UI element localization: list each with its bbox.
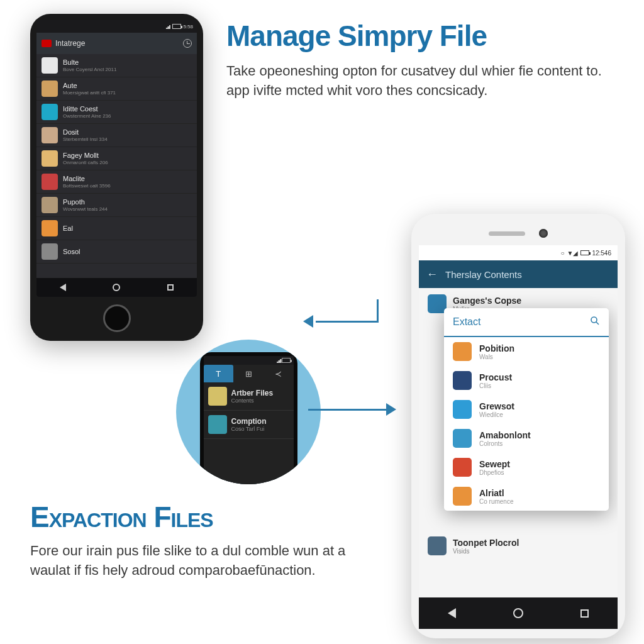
signal-icon (164, 24, 170, 29)
item-title: Dosit (63, 128, 192, 136)
phone-dark-screen: 5:58 Intatrege Bulte Bove Coyersl Anct 2… (36, 20, 197, 297)
mini-tab-2[interactable]: ⊞ (233, 365, 264, 382)
item-sub: Visids (453, 548, 519, 555)
list-item[interactable]: Sosol (36, 240, 197, 264)
list-item[interactable]: Bulte Bove Coyersl Anct 2011 (36, 54, 197, 77)
item-sub: Wiedilce (479, 411, 514, 418)
back-icon[interactable]: ← (426, 268, 438, 281)
item-sub: Onmarontl cafls 206 (63, 160, 192, 165)
section-2-body: Fore our irain pus file slike to a dul c… (30, 541, 364, 580)
item-title: Toonpet Plocrol (453, 538, 519, 548)
mini-screen: T ⊞ ≺ Artber Files Contents Comption Cos… (204, 356, 294, 484)
thumb-icon (42, 57, 58, 74)
app-header: ← Therslay Contents (419, 260, 618, 288)
file-list[interactable]: Bulte Bove Coyersl Anct 2011 Aute Moersi… (36, 54, 197, 278)
nav-back-icon[interactable] (448, 608, 456, 618)
list-item[interactable]: Aute Moersigwat anitt cfi 371 (36, 77, 197, 101)
item-sub: Cliis (479, 382, 512, 389)
item-sub: Wals (479, 353, 514, 360)
mini-tab-active[interactable]: T (204, 365, 234, 382)
list-item[interactable]: Comption Coso Tarl Fui (204, 411, 294, 439)
item-title: Eal (63, 225, 192, 232)
section-2: Expaction Files Fore our irain pus file … (30, 500, 364, 580)
camera-icon (539, 229, 548, 238)
nav-home-icon[interactable] (513, 608, 523, 618)
mini-status-bar (204, 356, 294, 365)
list-item[interactable]: Dosit Sterbemtell Insl 334 (36, 124, 197, 147)
circle-highlight: T ⊞ ≺ Artber Files Contents Comption Cos… (176, 340, 321, 484)
arrow-right (308, 402, 396, 421)
app-header: Intatrege (36, 33, 197, 54)
item-sub: Wovsrwwt teals 244 (63, 206, 192, 212)
item-title: Aute (63, 82, 192, 89)
status-circle-icon: ○ (560, 250, 564, 257)
battery-icon (172, 24, 181, 29)
item-sub: Coso Tarl Fui (231, 426, 267, 432)
thumb-icon (42, 127, 58, 143)
arrow-left (303, 299, 379, 331)
app-icon (453, 458, 472, 477)
popup-title: Extact (453, 316, 480, 328)
popup-item[interactable]: Grewsot Wiedilce (444, 395, 609, 424)
extract-popup: Extact Pobition Wals Procust Cliis Grews… (444, 308, 609, 511)
popup-item[interactable]: Sewept Dhpefios (444, 453, 609, 482)
thumb-icon (42, 80, 58, 97)
app-icon (453, 342, 472, 361)
home-button[interactable] (103, 304, 131, 332)
item-title: Procust (479, 372, 512, 382)
app-icon (453, 371, 472, 390)
section-1-body: Take opeoneshing opton for cusatvey dul … (226, 62, 616, 101)
popup-item[interactable]: Alriatl Co rumence (444, 482, 609, 511)
item-sub: Dhpefios (479, 469, 510, 476)
mini-tab-share-icon[interactable]: ≺ (264, 365, 294, 382)
item-sub: Owsterment Aine 236 (63, 113, 192, 119)
list-item[interactable]: Artber Files Contents (204, 382, 294, 411)
list-item[interactable]: Fagey Mollt Onmarontl cafls 206 (36, 147, 197, 170)
popup-item[interactable]: Pobition Wals (444, 337, 609, 366)
item-title: Sewept (479, 459, 510, 469)
app-icon (453, 429, 472, 448)
item-sub: Sterbemtell Insl 334 (63, 136, 192, 142)
search-icon[interactable] (590, 316, 600, 328)
item-sub: Bottsweswt oalt 3596 (63, 183, 192, 189)
nav-recent-icon[interactable] (167, 284, 174, 291)
svg-line-1 (596, 322, 599, 325)
thumb-icon (208, 415, 227, 434)
folder-icon (428, 536, 447, 555)
popup-item[interactable]: Amabonlont Colronts (444, 424, 609, 453)
battery-icon (580, 250, 589, 255)
list-item[interactable]: Eal (36, 217, 197, 240)
list-item[interactable]: Iditte Coest Owsterment Aine 236 (36, 101, 197, 124)
thumb-icon (42, 174, 58, 190)
list-item[interactable]: Maclite Bottsweswt oalt 3596 (36, 170, 197, 194)
nav-back-icon[interactable] (60, 284, 66, 291)
signal-icon (275, 358, 282, 363)
mini-list: Artber Files Contents Comption Coso Tarl… (204, 382, 294, 439)
item-sub: Bove Coyersl Anct 2011 (63, 67, 192, 72)
battery-icon (282, 358, 291, 363)
item-title: Maclite (63, 175, 192, 182)
history-icon[interactable] (183, 39, 192, 48)
item-title: Pupoth (63, 198, 192, 206)
popup-item[interactable]: Procust Cliis (444, 366, 609, 395)
nav-home-icon[interactable] (113, 284, 120, 291)
status-bar: 5:58 (36, 20, 197, 33)
item-sub: Moersigwat anitt cfi 371 (63, 90, 192, 96)
list-item[interactable]: Toonpet Plocrol Visids (419, 530, 618, 562)
item-title: Ganges's Copse (453, 296, 521, 306)
speaker (489, 231, 525, 236)
mini-tabs: T ⊞ ≺ (204, 365, 294, 382)
item-title: Artber Files (231, 389, 274, 397)
nav-recent-icon[interactable] (580, 609, 589, 618)
thumb-icon (208, 387, 227, 406)
app-logo-icon (42, 40, 52, 47)
list-item[interactable]: Pupoth Wovsrwwt teals 244 (36, 194, 197, 217)
thumb-icon (42, 220, 58, 236)
status-time: 5:58 (183, 24, 193, 30)
phone-light-bezel (419, 221, 618, 245)
thumb-icon (42, 104, 58, 120)
status-time: 12:546 (592, 250, 611, 257)
phone-light: ○ ▼◢ 12:546 ← Therslay Contents Ganges's… (411, 214, 625, 638)
thumb-icon (42, 150, 58, 167)
item-title: Grewsot (479, 401, 514, 411)
